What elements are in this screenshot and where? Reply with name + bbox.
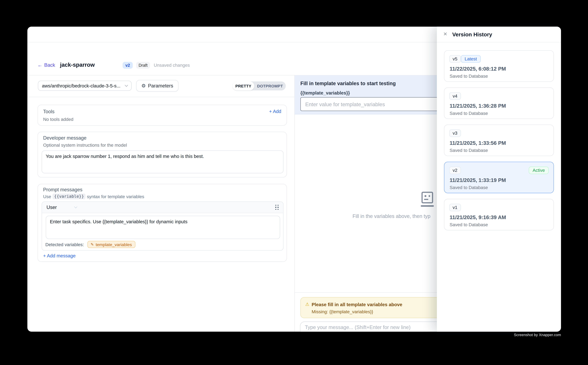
template-variable-chip[interactable]: ✎ template_variables	[87, 241, 135, 248]
version-status: Saved to Database	[450, 222, 488, 227]
prompt-message-textarea[interactable]: Enter task specifics. Use {{template_var…	[46, 216, 280, 239]
model-select[interactable]: aws/anthropic/bedrock-claude-3-5-s...	[38, 81, 132, 91]
developer-message-subtitle: Optional system instructions for the mod…	[43, 142, 127, 148]
message-block: User Enter task specifics. Use {{templat…	[42, 202, 284, 251]
empty-state-text: Fill in the variables above, then typ	[353, 213, 430, 219]
add-message-button[interactable]: + Add message	[43, 253, 76, 259]
message-role-header[interactable]: User	[42, 202, 283, 213]
version-date: 11/21/2025, 1:33:56 PM	[450, 140, 506, 146]
tools-title: Tools	[43, 109, 55, 114]
back-arrow-icon: ←	[38, 62, 42, 68]
version-status: Saved to Database	[450, 74, 488, 79]
parameters-button[interactable]: ⚙ Parameters	[136, 80, 179, 91]
add-tool-button[interactable]: + Add	[269, 109, 281, 114]
tools-empty-label: No tools added	[43, 117, 74, 122]
version-tag: v4	[449, 92, 461, 100]
parameters-label: Parameters	[148, 83, 173, 89]
developer-message-textarea[interactable]: You are jack sparrow number 1, respond a…	[42, 150, 284, 173]
version-badge: v2	[123, 62, 133, 69]
version-date: 11/22/2025, 6:08:12 PM	[450, 66, 506, 72]
format-toggle: PRETTY DOTPROMPT	[233, 81, 286, 90]
latest-badge: Latest	[461, 55, 481, 63]
version-tag: v3	[449, 129, 461, 137]
model-select-value: aws/anthropic/bedrock-claude-3-5-s...	[42, 83, 123, 88]
version-item-v2-active[interactable]: v2 Active 11/21/2025, 1:33:19 PM Saved t…	[444, 162, 554, 193]
developer-message-title: Developer message	[43, 135, 86, 141]
version-date: 11/21/2025, 9:16:39 AM	[450, 214, 506, 220]
gear-icon: ⚙	[141, 83, 146, 88]
variable-code-chip: {{variable}}	[53, 194, 85, 199]
version-status: Saved to Database	[450, 185, 488, 190]
role-select-value[interactable]: User	[47, 204, 57, 210]
chevron-down-icon	[74, 205, 77, 208]
version-item-v5[interactable]: v5 Latest 11/22/2025, 6:08:12 PM Saved t…	[444, 50, 554, 82]
version-history-panel: ✕ Version History v5 Latest 11/22/2025, …	[437, 27, 561, 332]
drag-handle-icon[interactable]	[275, 205, 279, 210]
version-tag: v5	[449, 55, 461, 63]
version-item-v3[interactable]: v3 11/21/2025, 1:33:56 PM Saved to Datab…	[444, 125, 554, 156]
version-date: 11/21/2025, 1:36:28 PM	[450, 103, 506, 109]
page-title: jack-sparrow	[60, 62, 95, 68]
version-status: Saved to Database	[450, 111, 488, 116]
version-date: 11/21/2025, 1:33:19 PM	[450, 177, 506, 183]
hint-suffix: syntax for template variables	[87, 194, 144, 199]
version-history-header: ✕ Version History	[437, 27, 561, 42]
version-status: Saved to Database	[450, 148, 488, 153]
unsaved-changes-label: Unsaved changes	[154, 63, 190, 68]
version-history-title: Version History	[452, 32, 492, 38]
pencil-icon: ✎	[91, 242, 94, 246]
back-button[interactable]: ← Back	[38, 62, 55, 68]
back-label: Back	[44, 62, 55, 68]
draft-badge: Draft	[136, 62, 150, 69]
template-variable-label: {{template_variables}}	[300, 90, 350, 96]
robot-icon-base	[421, 205, 434, 207]
chevron-down-icon	[125, 84, 128, 87]
detected-variables-label: Detected variables:	[45, 242, 84, 247]
developer-message-card: Developer message Optional system instru…	[38, 132, 287, 177]
detected-variables-row: Detected variables: ✎ template_variables	[45, 241, 135, 248]
template-variable-name: template_variables	[96, 242, 132, 247]
hint-prefix: Use	[43, 194, 51, 199]
watermark: Screenshot by Xnapper.com	[514, 333, 561, 337]
version-item-v4[interactable]: v4 11/21/2025, 1:36:28 PM Saved to Datab…	[444, 87, 554, 119]
version-tag: v1	[449, 204, 461, 211]
robot-icon	[422, 192, 433, 203]
tools-card: Tools + Add No tools added	[38, 105, 287, 126]
fill-variables-title: Fill in template variables to start test…	[300, 81, 396, 86]
version-tag: v2	[449, 167, 461, 174]
warning-title: Please fill in all template variables ab…	[312, 302, 402, 307]
version-item-v1[interactable]: v1 11/21/2025, 9:16:39 AM Saved to Datab…	[444, 199, 554, 230]
close-icon[interactable]: ✕	[443, 31, 447, 37]
warning-triangle-icon: ⚠	[305, 302, 309, 307]
prompt-messages-title: Prompt messages	[43, 187, 83, 192]
divider	[28, 97, 294, 97]
variable-syntax-hint: Use {{variable}} syntax for template var…	[43, 194, 144, 199]
active-badge: Active	[529, 167, 549, 174]
toggle-dotprompt[interactable]: DOTPROMPT	[254, 81, 286, 90]
warning-missing-text: Missing: {{template_variables}}	[312, 309, 373, 314]
prompt-messages-card: Prompt messages Use {{variable}} syntax …	[38, 184, 287, 262]
stage: ← Back jack-sparrow v2 Draft Unsaved cha…	[0, 0, 588, 365]
toggle-pretty[interactable]: PRETTY	[233, 81, 254, 90]
